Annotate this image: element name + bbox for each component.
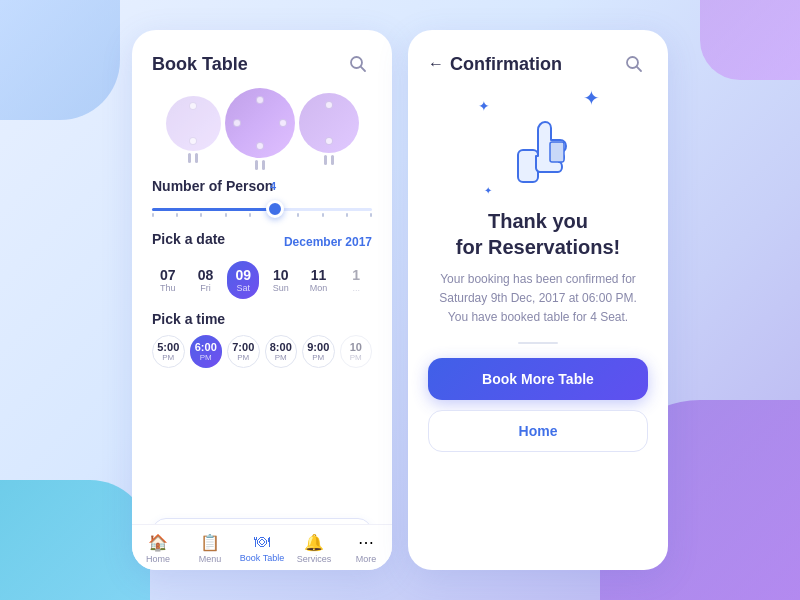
home-button[interactable]: Home xyxy=(428,410,648,452)
date-item-08[interactable]: 08 Fri xyxy=(190,261,222,299)
slider-tick xyxy=(225,213,227,217)
nav-item-home[interactable]: 🏠 Home xyxy=(132,533,184,564)
table-item-medium xyxy=(299,93,359,165)
panel-left-header: Book Table xyxy=(132,30,392,78)
confirmation-search-button[interactable] xyxy=(620,50,648,78)
date-day: Sun xyxy=(273,283,289,293)
thumbs-up-svg xyxy=(488,100,588,200)
slider-tick xyxy=(346,213,348,217)
date-day: ... xyxy=(352,283,360,293)
date-month: December 2017 xyxy=(284,235,372,249)
date-num: 1 xyxy=(352,267,360,283)
table-seat xyxy=(189,102,197,110)
book-table-panel: Book Table xyxy=(132,30,392,570)
slider-tick xyxy=(322,213,324,217)
time-val: 9:00 xyxy=(307,341,329,353)
search-button[interactable] xyxy=(344,50,372,78)
thank-you-title: Thank youfor Reservations! xyxy=(436,208,641,260)
time-period: PM xyxy=(162,353,174,362)
table-seat xyxy=(279,119,287,127)
slider-tick xyxy=(200,213,202,217)
time-item-8pm[interactable]: 8:00 PM xyxy=(265,335,298,368)
date-item-11[interactable]: 11 Mon xyxy=(303,261,335,299)
table-leg xyxy=(195,153,198,163)
slider-tick xyxy=(249,213,251,217)
date-label: Pick a date xyxy=(152,231,225,247)
time-period: PM xyxy=(237,353,249,362)
search-icon xyxy=(349,55,367,73)
nav-label-home: Home xyxy=(146,554,170,564)
sparkle-icon: ✦ xyxy=(478,98,490,114)
table-leg xyxy=(262,160,265,170)
table-leg xyxy=(331,155,334,165)
thank-you-description: Your booking has been confirmed for Satu… xyxy=(408,260,668,328)
date-item-07[interactable]: 07 Thu xyxy=(152,261,184,299)
date-header: Pick a date December 2017 xyxy=(152,231,372,253)
time-val: 5:00 xyxy=(157,341,179,353)
bg-shape-tr xyxy=(700,0,800,80)
time-period: PM xyxy=(275,353,287,362)
time-item-6pm[interactable]: 6:00 PM xyxy=(190,335,223,368)
date-item-09[interactable]: 09 Sat xyxy=(227,261,259,299)
table-circle-small xyxy=(166,96,221,151)
table-leg xyxy=(188,153,191,163)
table-legs xyxy=(188,153,198,163)
time-item-7pm[interactable]: 7:00 PM xyxy=(227,335,260,368)
time-section: Pick a time 5:00 PM 6:00 PM 7:00 PM 8:00… xyxy=(132,311,392,368)
time-item-5pm[interactable]: 5:00 PM xyxy=(152,335,185,368)
date-num: 10 xyxy=(273,267,289,283)
date-num: 07 xyxy=(160,267,176,283)
time-val: 8:00 xyxy=(270,341,292,353)
table-item-large xyxy=(225,88,295,170)
date-item-more[interactable]: 1 ... xyxy=(340,261,372,299)
bg-shape-tl xyxy=(0,0,120,120)
panel-right-header: ← Confirmation xyxy=(408,30,668,78)
date-section: Pick a date December 2017 07 Thu 08 Fri … xyxy=(132,231,392,299)
date-scroll: 07 Thu 08 Fri 09 Sat 10 Sun 11 Mon xyxy=(152,261,372,299)
nav-item-book-table[interactable]: 🍽 Book Table xyxy=(236,533,288,564)
date-item-10[interactable]: 10 Sun xyxy=(265,261,297,299)
nav-item-menu[interactable]: 📋 Menu xyxy=(184,533,236,564)
menu-icon: 📋 xyxy=(200,533,220,552)
table-leg xyxy=(255,160,258,170)
svg-rect-5 xyxy=(550,142,564,162)
time-scroll: 5:00 PM 6:00 PM 7:00 PM 8:00 PM 9:00 P xyxy=(152,335,372,368)
services-icon: 🔔 xyxy=(304,533,324,552)
search-icon xyxy=(625,55,643,73)
table-seat xyxy=(189,137,197,145)
person-label: Number of Person xyxy=(152,178,372,194)
date-num: 08 xyxy=(198,267,214,283)
table-circle-medium xyxy=(299,93,359,153)
slider-track[interactable] xyxy=(152,208,372,211)
svg-line-3 xyxy=(637,67,641,71)
date-num: 09 xyxy=(235,267,251,283)
slider-tick xyxy=(370,213,372,217)
nav-label-services: Services xyxy=(297,554,332,564)
table-seat xyxy=(256,96,264,104)
time-item-10pm[interactable]: 10 PM xyxy=(340,335,373,368)
book-more-button[interactable]: Book More Table xyxy=(428,358,648,400)
nav-item-services[interactable]: 🔔 Services xyxy=(288,533,340,564)
table-legs xyxy=(324,155,334,165)
nav-label-more: More xyxy=(356,554,377,564)
bottom-nav: 🏠 Home 📋 Menu 🍽 Book Table 🔔 Services ⋯ … xyxy=(132,524,392,570)
tables-area xyxy=(132,78,392,174)
divider xyxy=(518,342,558,344)
sparkle-icon: ✦ xyxy=(583,86,600,110)
svg-line-1 xyxy=(361,67,365,71)
nav-item-more[interactable]: ⋯ More xyxy=(340,533,392,564)
bg-shape-bl xyxy=(0,480,150,600)
confirmation-panel: ← Confirmation ✦ ✦ ✦ xyxy=(408,30,668,570)
time-item-9pm[interactable]: 9:00 PM xyxy=(302,335,335,368)
more-icon: ⋯ xyxy=(358,533,374,552)
time-period: PM xyxy=(312,353,324,362)
slider-tick xyxy=(297,213,299,217)
time-val: 7:00 xyxy=(232,341,254,353)
table-legs xyxy=(255,160,265,170)
date-day: Fri xyxy=(200,283,211,293)
time-val: 6:00 xyxy=(195,341,217,353)
slider-ticks xyxy=(152,213,372,217)
table-seat xyxy=(233,119,241,127)
home-icon: 🏠 xyxy=(148,533,168,552)
back-button[interactable]: ← Confirmation xyxy=(428,54,562,75)
